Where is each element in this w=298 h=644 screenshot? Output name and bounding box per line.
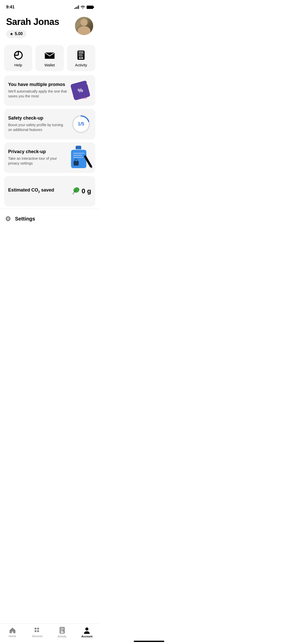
- avatar[interactable]: [75, 17, 93, 35]
- wallet-button[interactable]: Wallet: [35, 45, 64, 71]
- svg-rect-10: [78, 54, 83, 55]
- user-name: Sarah Jonas: [6, 17, 75, 27]
- co2-value: 0 g: [82, 187, 91, 195]
- svg-rect-2: [15, 55, 18, 56]
- promo-tag-icon: %: [72, 81, 91, 100]
- promos-card[interactable]: You have multiple promos We'll automatic…: [4, 75, 95, 106]
- co2-visual: 0 g: [71, 181, 91, 201]
- co2-title: Estimated CO2 saved: [8, 187, 68, 194]
- gear-icon: ⚙: [5, 215, 11, 223]
- star-icon: ★: [10, 32, 13, 36]
- promos-visual: %: [71, 80, 91, 101]
- svg-rect-9: [78, 53, 84, 54]
- safety-desc: Boost your safety profile by turning on …: [8, 123, 68, 133]
- status-bar: 9:41: [0, 0, 99, 13]
- privacy-text: Privacy check-up Take an interactive tou…: [8, 149, 71, 166]
- wallet-icon: [45, 50, 55, 60]
- privacy-visual: [71, 148, 91, 168]
- privacy-card[interactable]: Privacy check-up Take an interactive tou…: [4, 142, 95, 173]
- safety-progress-circle: 1/5: [72, 115, 90, 133]
- leaf-icon: [71, 187, 79, 196]
- wifi-icon: [80, 5, 85, 9]
- safety-visual: 1/5: [71, 114, 91, 134]
- co2-display: 0 g: [71, 187, 91, 196]
- header-left: Sarah Jonas ★ 5.00: [6, 17, 75, 38]
- promos-title: You have multiple promos: [8, 82, 68, 87]
- privacy-desc: Take an interactive tour of your privacy…: [8, 156, 68, 166]
- help-icon: [13, 50, 23, 60]
- activity-icon: [76, 50, 86, 60]
- status-icons: [74, 5, 93, 9]
- co2-card[interactable]: Estimated CO2 saved 0 g: [4, 176, 95, 207]
- safety-card[interactable]: Safety check-up Boost your safety profil…: [4, 109, 95, 139]
- help-button[interactable]: Help: [4, 45, 32, 71]
- header: Sarah Jonas ★ 5.00: [0, 13, 99, 40]
- settings-label: Settings: [15, 216, 35, 222]
- safety-text: Safety check-up Boost your safety profil…: [8, 115, 71, 133]
- wallet-label: Wallet: [44, 63, 55, 67]
- activity-button[interactable]: Activity: [67, 45, 95, 71]
- svg-rect-13: [80, 58, 82, 58]
- help-label: Help: [14, 63, 22, 67]
- promos-text: You have multiple promos We'll automatic…: [8, 82, 71, 99]
- svg-rect-11: [78, 56, 83, 56]
- rating-value: 5.00: [15, 32, 23, 36]
- safety-title: Safety check-up: [8, 115, 68, 121]
- activity-label: Activity: [75, 63, 87, 67]
- svg-rect-8: [78, 52, 84, 52]
- co2-text: Estimated CO2 saved: [8, 187, 71, 195]
- rating-badge: ★ 5.00: [6, 30, 26, 38]
- status-time: 9:41: [6, 5, 15, 10]
- battery-icon: [87, 6, 93, 9]
- signal-icon: [74, 5, 79, 9]
- privacy-clipboard-icon: [71, 147, 91, 168]
- avatar-image: [75, 17, 93, 35]
- quick-actions: Help Wallet: [0, 40, 99, 73]
- promos-desc: We'll automatically apply the one that s…: [8, 89, 68, 99]
- settings-row[interactable]: ⚙ Settings: [0, 209, 99, 227]
- privacy-title: Privacy check-up: [8, 149, 68, 155]
- safety-arc-icon: [72, 115, 90, 133]
- info-cards: You have multiple promos We'll automatic…: [0, 73, 99, 209]
